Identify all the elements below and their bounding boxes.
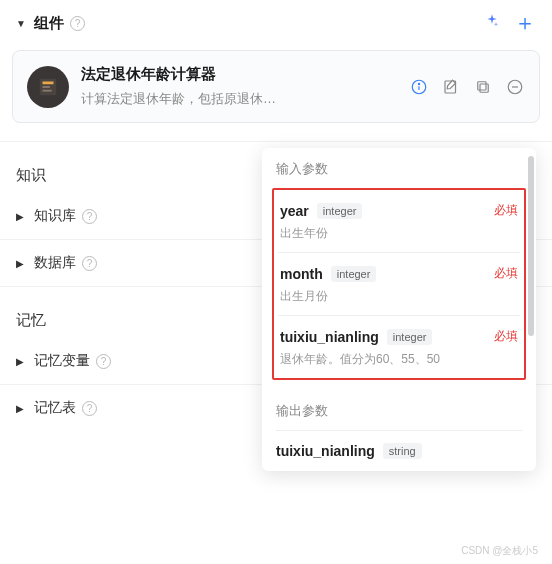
type-tag: integer: [331, 266, 377, 282]
param-name: month: [280, 266, 323, 282]
copy-icon[interactable]: [473, 77, 493, 97]
input-params-highlight: year integer 必填 出生年份 month integer 必填 出生…: [272, 188, 526, 380]
row-label: 记忆变量: [34, 352, 90, 370]
param-name: year: [280, 203, 309, 219]
chevron-right-icon: ▶: [16, 211, 24, 222]
component-description: 计算法定退休年龄，包括原退休年...: [81, 90, 281, 108]
param-desc: 退休年龄。值分为60、55、50: [280, 351, 518, 368]
add-icon[interactable]: ＋: [514, 12, 536, 34]
help-icon[interactable]: ?: [82, 209, 97, 224]
params-popover: 输入参数 year integer 必填 出生年份 month integer …: [262, 148, 536, 471]
param-tuixiu-nianling: tuixiu_nianling integer 必填 退休年龄。值分为60、55…: [278, 316, 520, 378]
scrollbar-thumb[interactable]: [528, 156, 534, 336]
param-month: month integer 必填 出生月份: [278, 253, 520, 316]
svg-rect-3: [43, 89, 52, 91]
required-tag: 必填: [494, 265, 518, 282]
param-desc: 出生月份: [280, 288, 518, 305]
component-title: 法定退休年龄计算器: [81, 65, 409, 84]
output-params-label: 输出参数: [262, 390, 536, 430]
help-icon[interactable]: ?: [82, 401, 97, 416]
remove-icon[interactable]: [505, 77, 525, 97]
param-desc: 出生年份: [280, 225, 518, 242]
info-icon[interactable]: [409, 77, 429, 97]
row-label: 记忆表: [34, 399, 76, 417]
row-label: 数据库: [34, 254, 76, 272]
param-name: tuixiu_nianling: [276, 443, 375, 459]
row-label: 知识库: [34, 207, 76, 225]
edit-icon[interactable]: [441, 77, 461, 97]
chevron-right-icon: ▶: [16, 258, 24, 269]
component-actions: [409, 77, 525, 97]
components-header: ▼ 组件 ? ＋: [0, 0, 552, 42]
type-tag: integer: [387, 329, 433, 345]
help-icon[interactable]: ?: [82, 256, 97, 271]
param-name: tuixiu_nianling: [280, 329, 379, 345]
type-tag: string: [383, 443, 422, 459]
section-title: 组件: [34, 14, 64, 33]
chevron-right-icon: ▶: [16, 356, 24, 367]
required-tag: 必填: [494, 202, 518, 219]
svg-rect-2: [43, 86, 50, 88]
help-icon[interactable]: ?: [96, 354, 111, 369]
collapse-triangle-icon[interactable]: ▼: [16, 18, 26, 29]
input-params-label: 输入参数: [262, 148, 536, 188]
svg-rect-9: [478, 81, 486, 89]
param-year: year integer 必填 出生年份: [278, 190, 520, 253]
sparkle-icon[interactable]: [484, 13, 500, 33]
required-tag: 必填: [494, 328, 518, 345]
output-param: tuixiu_nianling string: [262, 431, 536, 471]
component-text: 法定退休年龄计算器 计算法定退休年龄，包括原退休年...: [81, 65, 409, 108]
svg-rect-1: [43, 81, 54, 84]
chevron-right-icon: ▶: [16, 403, 24, 414]
type-tag: integer: [317, 203, 363, 219]
help-icon[interactable]: ?: [70, 16, 85, 31]
watermark: CSDN @全栈小5: [461, 544, 538, 558]
component-icon: [27, 66, 69, 108]
svg-rect-8: [480, 84, 488, 92]
svg-point-6: [418, 83, 419, 84]
header-actions: ＋: [484, 12, 536, 34]
component-card[interactable]: 法定退休年龄计算器 计算法定退休年龄，包括原退休年...: [12, 50, 540, 123]
